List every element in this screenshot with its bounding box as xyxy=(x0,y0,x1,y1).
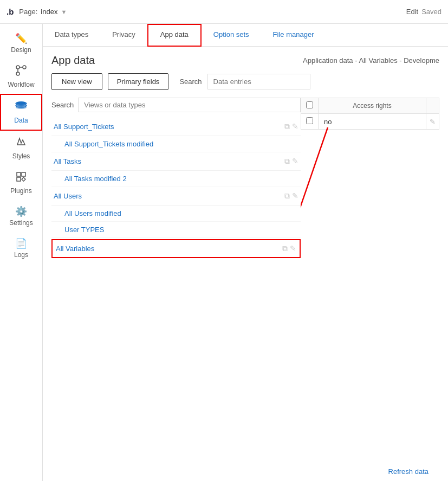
primary-fields-button[interactable]: Primary fields xyxy=(108,73,169,90)
page-label: Page: xyxy=(19,8,37,16)
tab-file-manager[interactable]: File manager xyxy=(261,24,326,46)
sidebar-label-styles: Styles xyxy=(12,152,30,160)
search-label: Search xyxy=(179,78,202,86)
svg-rect-10 xyxy=(17,177,21,181)
sidebar-item-workflow[interactable]: Workflow xyxy=(0,59,42,94)
content-header: App data Application data - All Variable… xyxy=(51,54,439,67)
action-row: New view Primary fields Search xyxy=(51,73,439,90)
page-title: App data xyxy=(51,54,95,67)
copy-icon-tasks[interactable]: ⧉ xyxy=(284,157,290,166)
list-item-all-support-tickets[interactable]: All Support_Tickets ⧉ ✎ xyxy=(51,118,301,136)
list-item-icons-variables: ⧉ ✎ xyxy=(282,244,296,253)
list-item-all-users-modified[interactable]: All Users modified xyxy=(51,206,301,222)
list-item-all-support-tickets-modified[interactable]: All Support_Tickets modified xyxy=(51,136,301,152)
new-view-button[interactable]: New view xyxy=(51,73,102,90)
row-checkbox-cell xyxy=(301,114,319,130)
design-icon: ✏️ xyxy=(15,33,27,44)
list-area: All Support_Tickets ⧉ ✎ All Support_Tick… xyxy=(51,118,301,481)
saved-status: Saved xyxy=(421,8,441,16)
list-item-all-variables[interactable]: All Variables ⧉ ✎ xyxy=(51,239,301,258)
copy-icon[interactable]: ⧉ xyxy=(284,122,290,131)
search-views-label: Search xyxy=(51,101,74,109)
list-item-all-users[interactable]: All Users ⧉ ✎ xyxy=(51,187,301,206)
tab-privacy[interactable]: Privacy xyxy=(100,24,147,46)
list-item-all-tasks-modified[interactable]: All Tasks modified 2 xyxy=(51,171,301,187)
data-icon xyxy=(15,100,28,115)
svg-point-0 xyxy=(16,66,20,69)
table-row: no ✎ xyxy=(301,114,439,130)
svg-point-2 xyxy=(16,72,20,75)
svg-point-1 xyxy=(23,66,26,69)
row-checkbox[interactable] xyxy=(306,117,313,124)
sidebar-label-data: Data xyxy=(14,117,28,124)
svg-rect-8 xyxy=(17,172,21,176)
sidebar-item-data[interactable]: Data xyxy=(0,94,42,131)
sidebar-item-design[interactable]: ✏️ Design xyxy=(0,27,42,59)
search-row: Search xyxy=(51,98,301,118)
breadcrumb: Application data - All Variables - Devel… xyxy=(303,56,439,65)
data-entries-search-input[interactable] xyxy=(207,74,310,89)
list-item-user-types[interactable]: User TYPES xyxy=(51,222,301,238)
row-access-rights-cell: no xyxy=(319,114,426,130)
arrow-overlay xyxy=(301,98,439,481)
svg-point-7 xyxy=(16,106,27,109)
logo[interactable]: .b xyxy=(7,7,14,16)
tab-bar: Data types Privacy App data Option sets … xyxy=(43,24,448,47)
svg-rect-9 xyxy=(22,172,25,176)
sidebar-label-logs: Logs xyxy=(14,251,28,259)
tab-data-types[interactable]: Data types xyxy=(43,24,100,46)
sidebar-item-logs[interactable]: 📄 Logs xyxy=(0,232,42,264)
sidebar-label-design: Design xyxy=(11,46,31,54)
row-edit-cell[interactable]: ✎ xyxy=(426,114,439,130)
list-item-icons-users: ⧉ ✎ xyxy=(284,191,298,201)
col-extra xyxy=(426,98,439,114)
copy-icon-variables[interactable]: ⧉ xyxy=(282,244,288,253)
left-panel: Search All Support_Tickets ⧉ ✎ All Sup xyxy=(51,98,301,481)
sidebar-label-workflow: Workflow xyxy=(8,81,34,88)
edit-icon[interactable]: ✎ xyxy=(292,122,298,131)
list-item-icons: ⧉ ✎ xyxy=(284,122,298,131)
edit-button[interactable]: Edit xyxy=(406,8,418,16)
select-all-checkbox[interactable] xyxy=(306,101,313,108)
sidebar-item-plugins[interactable]: Plugins xyxy=(0,165,42,200)
chevron-down-icon[interactable]: ▼ xyxy=(61,9,67,15)
col-access-rights: Access rights xyxy=(319,98,426,114)
edit-icon-variables[interactable]: ✎ xyxy=(290,244,296,253)
sidebar-label-settings: Settings xyxy=(9,219,33,227)
edit-icon-tasks[interactable]: ✎ xyxy=(292,157,298,166)
list-item-all-tasks[interactable]: All Tasks ⧉ ✎ xyxy=(51,152,301,171)
copy-icon-users[interactable]: ⧉ xyxy=(284,191,290,201)
sidebar-item-styles[interactable]: Styles xyxy=(0,131,42,165)
page-name: index xyxy=(41,8,57,16)
refresh-data-button[interactable]: Refresh data xyxy=(388,467,428,476)
right-panel: Access rights no ✎ xyxy=(301,98,439,481)
sidebar-label-plugins: Plugins xyxy=(10,187,31,195)
styles-icon xyxy=(15,136,27,151)
workflow-icon xyxy=(15,65,27,79)
logs-icon: 📄 xyxy=(15,238,27,249)
edit-icon-users[interactable]: ✎ xyxy=(292,191,298,201)
data-table: Access rights no ✎ xyxy=(301,98,439,130)
gear-icon: ⚙️ xyxy=(15,206,27,217)
views-search-input[interactable] xyxy=(78,98,301,112)
sidebar-item-settings[interactable]: ⚙️ Settings xyxy=(0,200,42,232)
list-item-icons-tasks: ⧉ ✎ xyxy=(284,157,298,166)
tab-app-data[interactable]: App data xyxy=(147,24,202,47)
plugins-icon xyxy=(15,171,27,185)
tab-option-sets[interactable]: Option sets xyxy=(202,24,261,46)
col-checkbox xyxy=(301,98,319,114)
